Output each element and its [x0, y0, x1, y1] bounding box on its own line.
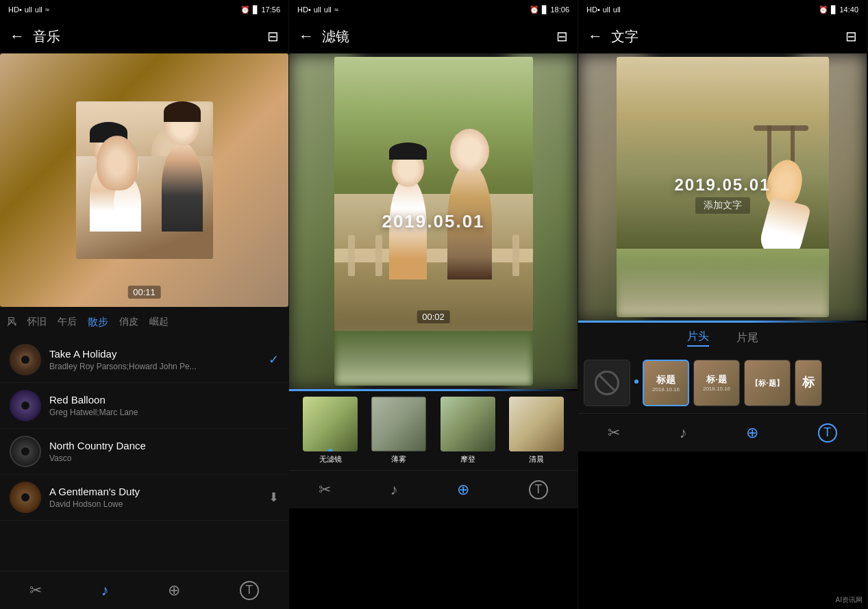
- save-button-3[interactable]: ⊟: [845, 28, 857, 45]
- toolbar-music-3[interactable]: ♪: [680, 424, 687, 442]
- text-style-2[interactable]: 标·题 2018.10.16: [693, 360, 740, 406]
- genre-tab-4[interactable]: 俏皮: [119, 316, 138, 328]
- song-item-1[interactable]: Red Balloon Greg Hatwell;Marc Lane: [0, 383, 288, 429]
- style-box-none: [584, 360, 630, 406]
- bottom-toolbar-1: ✂ ♪ ⊕ T: [0, 571, 288, 609]
- bottom-toolbar-3: ✂ ♪ ⊕ T: [578, 413, 867, 451]
- active-dot: [634, 380, 638, 384]
- text-style-1[interactable]: 标题 2018.10.16: [643, 360, 689, 406]
- filter-thumb-2[interactable]: 摩登: [434, 397, 502, 464]
- status-signal2-2: ull: [324, 5, 332, 14]
- toolbar-music-2[interactable]: ♪: [390, 481, 398, 499]
- album-art-2: [10, 436, 41, 467]
- back-button-3[interactable]: ←: [588, 27, 603, 45]
- album-art-1: [10, 390, 41, 421]
- toolbar-text-3[interactable]: T: [818, 423, 837, 443]
- toolbar-filter-3[interactable]: ⊕: [746, 424, 758, 442]
- filter-thumb-img-2: [441, 397, 495, 451]
- filter-photo: 2019.05.01: [334, 57, 533, 386]
- toolbar-text-1[interactable]: T: [240, 581, 259, 600]
- toolbar-filter-1[interactable]: ⊕: [168, 582, 180, 599]
- style-label-1: 标题: [656, 373, 675, 386]
- filter-label-2: 摩登: [460, 454, 475, 464]
- song-item-2[interactable]: North Country Dance Vasco: [0, 429, 288, 475]
- genre-tab-2[interactable]: 午后: [58, 316, 77, 328]
- status-time-2: 18:06: [550, 5, 569, 14]
- status-right-3: ⏰ ▊ 14:40: [819, 5, 858, 14]
- save-button-2[interactable]: ⊟: [556, 28, 568, 45]
- nav-title-2: 滤镜: [322, 27, 556, 46]
- status-left-3: HD• ull ull: [586, 5, 621, 14]
- song-list: Take A Holiday Bradley Roy Parsons;Howar…: [0, 337, 288, 571]
- family-photo-1: [76, 101, 213, 259]
- bottom-toolbar-2: ✂ ♪ ⊕ T: [289, 470, 578, 508]
- text-style-none[interactable]: [584, 360, 630, 406]
- style-label-3: 【标·题】: [751, 378, 783, 388]
- filter-time: 00:02: [417, 310, 450, 323]
- toolbar-cut-2[interactable]: ✂: [319, 481, 331, 499]
- song-artist-2: Vasco: [49, 453, 279, 463]
- filter-label-1: 薄雾: [391, 454, 406, 464]
- genre-tab-5[interactable]: 崛起: [149, 316, 169, 328]
- toolbar-cut-3[interactable]: ✂: [608, 424, 620, 442]
- filter-label-3: 清晨: [529, 454, 544, 464]
- album-art-0: [10, 344, 41, 375]
- style-box-4: 标: [795, 360, 822, 406]
- song-title-0: Take A Holiday: [49, 348, 269, 360]
- status-left-1: HD• ull ull ≈: [8, 5, 49, 14]
- genre-tab-0[interactable]: 风: [7, 316, 16, 328]
- download-icon-3[interactable]: ⬇: [269, 490, 279, 505]
- genre-tab-1[interactable]: 怀旧: [27, 316, 47, 328]
- panel-filter: HD• ull ull ≈ ⏰ ▊ 18:06 ← 滤镜 ⊟: [289, 0, 578, 609]
- status-network-2: HD•: [297, 5, 311, 14]
- video-preview-2: 2019.05.01 00:02: [289, 53, 578, 389]
- status-network-1: HD•: [8, 5, 22, 14]
- status-battery-3: ▊: [831, 5, 836, 14]
- status-battery-2: ▊: [542, 5, 547, 14]
- status-battery-1: ▊: [253, 5, 258, 14]
- toolbar-cut-1[interactable]: ✂: [29, 582, 42, 599]
- filter-thumb-img-3: [509, 397, 564, 451]
- nav-title-3: 文字: [611, 27, 845, 46]
- style-box-3: 【标·题】: [744, 360, 791, 406]
- status-network-3: HD•: [586, 5, 600, 14]
- status-signal-2: ull: [314, 5, 321, 14]
- status-signal2-1: ull: [35, 5, 42, 14]
- toolbar-text-2[interactable]: T: [529, 480, 548, 499]
- song-artist-1: Greg Hatwell;Marc Lane: [49, 408, 279, 417]
- status-alarm-2: ⏰: [530, 5, 539, 14]
- text-style-3[interactable]: 【标·题】: [744, 360, 791, 406]
- style-content-1: 标题 2018.10.16: [652, 373, 680, 392]
- genre-tab-3[interactable]: 散步: [88, 316, 108, 329]
- nav-bar-2: ← 滤镜 ⊟: [289, 19, 578, 53]
- song-info-2: North Country Dance Vasco: [49, 440, 279, 463]
- toolbar-music-1[interactable]: ♪: [101, 582, 109, 599]
- text-style-4[interactable]: 标: [795, 360, 822, 406]
- add-text-label[interactable]: 添加文字: [695, 197, 750, 214]
- tab-tail[interactable]: 片尾: [736, 331, 758, 345]
- toolbar-filter-2[interactable]: ⊕: [457, 481, 469, 499]
- panel-text: HD• ull ull ⏰ ▊ 14:40 ← 文字 ⊟: [578, 0, 867, 609]
- nav-title-1: 音乐: [33, 27, 267, 46]
- song-title-1: Red Balloon: [49, 394, 279, 406]
- style-date-2: 2018.10.16: [703, 386, 730, 392]
- back-button-1[interactable]: ←: [10, 27, 25, 45]
- song-item-0[interactable]: Take A Holiday Bradley Roy Parsons;Howar…: [0, 337, 288, 383]
- text-tabs: 片头 片尾: [578, 323, 867, 353]
- save-button-1[interactable]: ⊟: [267, 28, 279, 45]
- song-info-1: Red Balloon Greg Hatwell;Marc Lane: [49, 394, 279, 417]
- tab-head[interactable]: 片头: [687, 330, 709, 347]
- status-bar-1: HD• ull ull ≈ ⏰ ▊ 17:56: [0, 0, 288, 19]
- song-item-3[interactable]: A Gentleman's Duty David Hodson Lowe ⬇: [0, 475, 288, 521]
- style-content-2: 标·题 2018.10.16: [703, 374, 730, 392]
- song-artist-3: David Hodson Lowe: [49, 499, 269, 509]
- status-alarm-1: ⏰: [240, 5, 250, 14]
- status-alarm-3: ⏰: [819, 5, 828, 14]
- filter-thumb-3[interactable]: 清晨: [502, 397, 571, 464]
- filter-thumb-1[interactable]: 薄雾: [364, 397, 433, 464]
- panel-music: HD• ull ull ≈ ⏰ ▊ 17:56 ← 音乐 ⊟: [0, 0, 289, 609]
- filter-thumb-0[interactable]: 无滤镜: [296, 397, 364, 464]
- back-button-2[interactable]: ←: [299, 27, 314, 45]
- style-box-1: 标题 2018.10.16: [643, 360, 689, 406]
- genre-tabs: 风 怀旧 午后 散步 俏皮 崛起: [0, 307, 288, 337]
